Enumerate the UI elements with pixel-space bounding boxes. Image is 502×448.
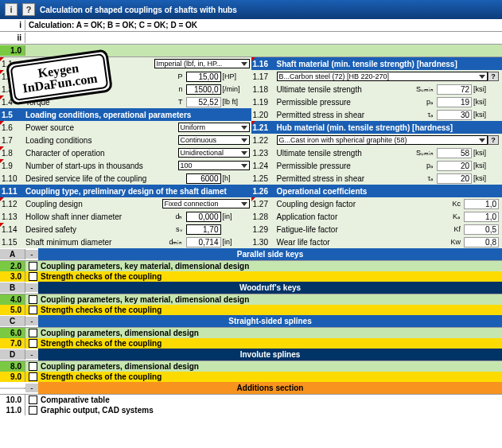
chevron-down-icon xyxy=(479,75,485,79)
op-coeff-header: Operational coefficients xyxy=(277,187,501,196)
perm-shear-hub-output: 20 xyxy=(437,173,472,184)
startups-select[interactable]: 100 xyxy=(178,161,250,170)
units-row: 1.1 Imperial (lbf, in, HP... xyxy=(0,57,251,70)
torque-label: Torque xyxy=(25,98,159,107)
perm-shear-hub-label: Permitted stress in shear xyxy=(277,174,411,183)
checkbox-4-0[interactable] xyxy=(29,295,37,304)
chevron-down-icon xyxy=(241,126,247,130)
row-8-0-label: Coupling parameters, dimensional design xyxy=(41,361,502,372)
wear-life-factor-label: Wear life factor xyxy=(277,238,438,247)
loading-cond-label: Loading conditions xyxy=(25,136,178,145)
loading-cond-select[interactable]: Continuous xyxy=(178,135,250,145)
row-ii-text xyxy=(25,37,502,39)
section-d-header: D-Involute splines xyxy=(0,349,502,361)
perm-pressure-shaft-output: 19 xyxy=(437,97,472,107)
service-life-label: Desired service life of the coupling xyxy=(25,174,183,183)
row-1-0-num: 1.0 xyxy=(0,45,25,56)
checkbox-9-0[interactable] xyxy=(29,372,37,381)
info-icon[interactable]: i xyxy=(5,3,18,16)
row-i-text: Calculation: A = OK; B = OK; C = OK; D =… xyxy=(25,20,502,30)
hub-material-select[interactable]: G...Cast iron with spherical graphite (5… xyxy=(277,135,488,145)
chevron-down-icon xyxy=(241,151,247,155)
row-1-0: 1.0 xyxy=(0,45,502,57)
row-5-0-label: Strength checks of the coupling xyxy=(41,305,502,315)
row-i: i Calculation: A = OK; B = OK; C = OK; D… xyxy=(0,19,502,32)
title-bar: i ? Calculation of shaped couplings of s… xyxy=(0,0,502,19)
main-parameters: 1.1 Imperial (lbf, in, HP... 1.2Transfer… xyxy=(0,57,502,248)
power-source-select[interactable]: Uniform xyxy=(178,123,250,132)
row-ii-label: ii xyxy=(0,33,25,43)
section-c-header: C-Straight-sided splines xyxy=(0,315,502,328)
row-ii: ii xyxy=(0,32,502,45)
section-b-header: B-Woodruff's keys xyxy=(0,282,502,294)
title-text: Calculation of shaped couplings of shaft… xyxy=(40,6,237,14)
hollow-shaft-label: Hollow shaft inner diameter xyxy=(25,212,159,221)
chevron-down-icon xyxy=(241,202,247,206)
units-select[interactable]: Imperial (lbf, in, HP... xyxy=(154,59,250,68)
loading-conditions-header: Loading conditions, operational paramete… xyxy=(25,111,250,119)
character-op-select[interactable]: Unidirectional xyxy=(178,148,250,158)
help-button[interactable]: ? xyxy=(488,72,499,81)
checkbox-2-0[interactable] xyxy=(29,262,37,271)
uts-hub-output: 58 xyxy=(437,148,472,158)
checkbox-6-0[interactable] xyxy=(29,329,37,337)
row-i-label: i xyxy=(0,20,25,30)
row-11-0-label: Graphic output, CAD systems xyxy=(41,405,502,415)
perm-pressure-hub-output: 20 xyxy=(437,161,472,171)
kc-output: 1,0 xyxy=(464,199,499,209)
startups-label: Number of start-ups in thousands xyxy=(25,162,178,170)
kf-output: 0,5 xyxy=(464,224,499,235)
checkbox-5-0[interactable] xyxy=(29,306,37,314)
row-2-0-label: Coupling parameters, key material, dimen… xyxy=(41,261,502,271)
perm-shear-shaft-output: 30 xyxy=(437,110,472,120)
shaft-material-select[interactable]: B...Carbon steel (72) [HB 220-270] xyxy=(277,72,488,81)
perm-shear-shaft-label: Permitted stress in shear xyxy=(277,111,411,119)
perm-pressure-shaft-label: Permissible pressure xyxy=(277,98,411,107)
hollow-shaft-input[interactable]: 0,000 xyxy=(186,212,221,222)
row-4-0-label: Coupling parameters, key material, dimen… xyxy=(41,294,502,305)
help-button[interactable]: ? xyxy=(488,135,499,145)
help-icon[interactable]: ? xyxy=(22,3,35,16)
section-a-header: A-Parallel side keys xyxy=(0,248,502,261)
row-9-0-label: Strength checks of the coupling xyxy=(41,372,502,382)
application-factor-label: Application factor xyxy=(277,212,438,221)
additions-header: -Additions section xyxy=(0,382,502,395)
shaft-material-header: Shaft material (min. tensile strength) [… xyxy=(277,60,501,68)
shaft-min-dia-output: 0,714 xyxy=(186,237,221,247)
chevron-down-icon xyxy=(241,62,247,66)
row-6-0-label: Coupling parameters, dimensional design xyxy=(41,328,502,338)
row-7-0-label: Strength checks of the coupling xyxy=(41,338,502,349)
coupling-type-header: Coupling type, preliminary design of the… xyxy=(25,187,250,196)
shaft-speed-label: Shaft speed xyxy=(25,85,159,94)
coupling-design-select[interactable]: Fixed connection xyxy=(162,199,250,208)
checkbox-7-0[interactable] xyxy=(29,339,37,348)
kw-output: 0,8 xyxy=(464,237,499,247)
hub-material-header: Hub material (min. tensile strength) [ha… xyxy=(277,123,501,132)
chevron-down-icon xyxy=(241,164,247,168)
uts-hub-label: Ultimate tensile strength xyxy=(277,149,411,158)
transferred-power-label: Transferred power xyxy=(25,72,159,81)
chevron-down-icon xyxy=(241,138,247,142)
perm-pressure-hub-label: Permissible pressure xyxy=(277,162,411,170)
row-1-0-text xyxy=(25,50,502,52)
desired-safety-label: Desired safety xyxy=(25,225,159,234)
ka-output: 1,0 xyxy=(464,212,499,222)
row-10-0-label: Comparative table xyxy=(41,395,502,405)
coupling-design-factor-label: Coupling design factor xyxy=(277,200,438,208)
checkbox-11-0[interactable] xyxy=(29,406,37,415)
checkbox-8-0[interactable] xyxy=(29,362,37,371)
coupling-design-label: Coupling design xyxy=(25,200,162,208)
fatigue-life-factor-label: Fatigue-life factor xyxy=(277,225,438,234)
service-life-input[interactable]: 6000 xyxy=(186,173,221,184)
checkbox-3-0[interactable] xyxy=(29,272,37,281)
shaft-speed-input[interactable]: 1500,0 xyxy=(186,84,221,95)
transferred-power-input[interactable]: 15,00 xyxy=(186,72,221,82)
desired-safety-input[interactable]: 1,70 xyxy=(186,224,221,235)
uts-shaft-output: 72 xyxy=(437,84,472,95)
power-source-label: Power source xyxy=(25,123,178,132)
checkbox-10-0[interactable] xyxy=(29,395,37,404)
shaft-min-dia-label: Shaft minimum diameter xyxy=(25,238,159,247)
uts-shaft-label: Ultimate tensile strength xyxy=(277,85,411,94)
chevron-down-icon xyxy=(479,138,485,142)
torque-output: 52,52 xyxy=(186,97,221,107)
